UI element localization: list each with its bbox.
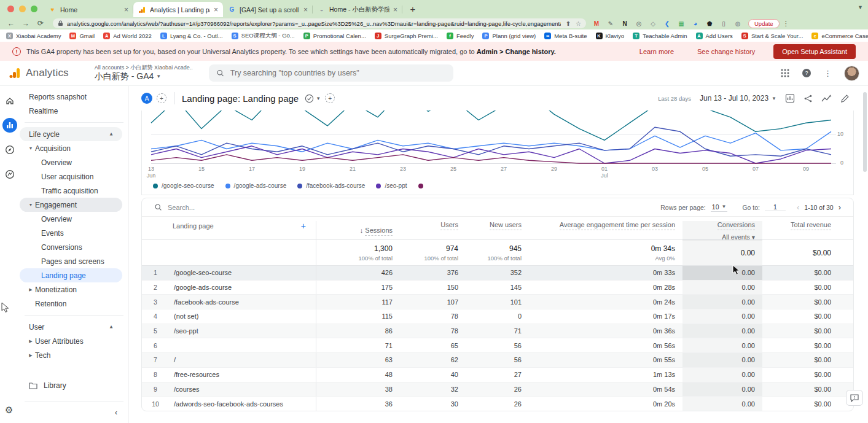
code-extension-icon[interactable]: ❮ xyxy=(663,20,671,27)
column-header-users[interactable]: Users xyxy=(400,221,466,230)
browser-menu-icon[interactable]: ⋮ xyxy=(783,20,789,28)
bookmark-item[interactable]: KKlaviyo xyxy=(596,33,625,39)
close-window-icon[interactable] xyxy=(7,6,14,12)
report-status-chip[interactable]: ▼ xyxy=(305,94,321,103)
bookmark-item[interactable]: PPlann (grid view) xyxy=(482,33,536,39)
home-icon[interactable] xyxy=(2,93,17,108)
bookmark-item[interactable]: XXiaobai Academy xyxy=(6,33,61,39)
next-page-icon[interactable]: › xyxy=(839,203,841,212)
date-range-picker[interactable]: Jun 13 - Jul 10, 2023▼ xyxy=(700,94,776,103)
open-setup-assistant-button[interactable]: Open Setup Assistant xyxy=(773,44,856,59)
sidebar-item-user[interactable]: User▼ xyxy=(20,320,122,334)
sidebar-item-realtime[interactable]: Realtime xyxy=(20,104,122,118)
account-selector[interactable]: All accounts > 小白新势 Xiaobai Acade.. 小白新势… xyxy=(95,64,193,82)
chevron-right-icon[interactable]: ▶ xyxy=(26,339,35,344)
page-scrollbar[interactable] xyxy=(863,89,867,421)
column-header-average-engagement-time-per-session[interactable]: Average engagement time per session xyxy=(529,221,682,230)
analytics-search[interactable] xyxy=(209,64,453,82)
bookmark-star-icon[interactable]: ☆ xyxy=(576,20,581,27)
bookmark-item[interactable]: AAdd Users xyxy=(696,33,733,39)
reports-icon[interactable] xyxy=(2,118,17,133)
tab-close-icon[interactable]: × xyxy=(303,6,308,14)
browser-tab[interactable]: Analytics | Landing page: Land× xyxy=(133,2,223,17)
legend-item[interactable]: /seo-ppt xyxy=(376,182,407,189)
column-header-total-revenue[interactable]: Total revenue xyxy=(762,221,854,230)
gmail-extension-icon[interactable]: M xyxy=(592,20,601,27)
avatar[interactable] xyxy=(844,66,859,81)
sidebar-item-events[interactable]: Events xyxy=(20,226,122,240)
property-name[interactable]: 小白新势 - GA4 xyxy=(95,71,154,82)
table-row[interactable]: 7/6362560m 55s0.00$0.00 xyxy=(142,353,853,368)
bookmark-item[interactable]: SSEO课程大纲 - Go... xyxy=(232,32,295,40)
table-row[interactable]: 5/seo-ppt8678710m 36s0.00$0.00 xyxy=(142,324,853,339)
reload-button[interactable]: ⟳ xyxy=(33,19,48,28)
add-dimension-icon[interactable]: + xyxy=(301,221,306,231)
share-page-icon[interactable]: ⬆ xyxy=(566,20,571,27)
table-row[interactable]: 67165560m 56s0.00$0.00 xyxy=(142,338,853,353)
sidebar-item-reports-snapshot[interactable]: Reports snapshot xyxy=(20,90,122,104)
table-row[interactable]: 2/google-ads-course1751501450m 28s0.00$0… xyxy=(142,281,853,295)
collapse-nav-icon[interactable]: ‹ xyxy=(20,408,128,417)
goto-page-input[interactable] xyxy=(765,203,786,211)
advertising-icon[interactable] xyxy=(2,167,17,182)
stamp-extension-icon[interactable]: ◇ xyxy=(649,20,657,27)
sidebar-item-user-attributes[interactable]: ▶User Attributes xyxy=(20,334,122,348)
chevron-right-icon[interactable]: ▶ xyxy=(26,287,35,292)
forward-button[interactable]: → xyxy=(18,19,33,28)
share-icon[interactable] xyxy=(803,94,813,103)
notion-extension-icon[interactable]: N xyxy=(620,20,629,27)
sidebar-item-tech[interactable]: ▶Tech xyxy=(20,348,122,362)
table-row[interactable]: 9/courses3832260m 54s0.00$0.00 xyxy=(142,382,853,397)
legend-item[interactable]: /google-ads-course xyxy=(225,182,287,189)
previous-page-icon[interactable]: ‹ xyxy=(797,203,799,212)
chevron-down-icon[interactable]: ▼ xyxy=(858,4,863,10)
bookmark-item[interactable]: SStart & Scale Your... xyxy=(741,33,803,39)
edit-report-icon[interactable] xyxy=(840,94,850,103)
legend-item[interactable] xyxy=(418,184,423,188)
table-row[interactable]: 10/adwords-seo-facebook-ads-courses36302… xyxy=(142,397,853,411)
chevron-up-icon[interactable]: ▼ xyxy=(109,131,114,137)
sidepanel-extension-icon[interactable]: ▯ xyxy=(719,20,728,27)
explore-icon[interactable] xyxy=(2,142,17,157)
chart-options-icon[interactable] xyxy=(785,93,795,103)
library-item[interactable]: Library xyxy=(20,378,128,393)
browser-tab[interactable]: ◒Home - 小白新势学院× xyxy=(313,2,402,17)
table-search[interactable]: Search... xyxy=(154,203,195,211)
camera-extension-icon[interactable]: ◎ xyxy=(635,20,643,27)
more-options-icon[interactable]: ⋮ xyxy=(824,69,832,78)
maximize-window-icon[interactable] xyxy=(31,6,37,12)
table-row[interactable]: 3/facebook-ads-course1171071010m 24s0.00… xyxy=(142,295,853,309)
image-extension-icon[interactable]: ▦ xyxy=(677,20,686,27)
sidebar-item-life-cycle[interactable]: Life cycle▼ xyxy=(20,127,122,141)
sidebar-item-overview[interactable]: Overview xyxy=(20,212,122,226)
bookmark-item[interactable]: fFeedly xyxy=(447,33,474,39)
new-tab-button[interactable]: + xyxy=(406,2,420,15)
bookmark-item[interactable]: PPromotional Calen... xyxy=(303,33,366,39)
back-button[interactable]: ← xyxy=(4,19,18,28)
line-chart[interactable] xyxy=(142,111,853,167)
browser-tab[interactable]: ♥Home× xyxy=(44,2,133,17)
add-metric-icon[interactable]: + xyxy=(325,93,335,103)
tab-close-icon[interactable]: × xyxy=(124,6,128,14)
sidebar-item-conversions[interactable]: Conversions xyxy=(20,240,122,254)
tab-close-icon[interactable]: × xyxy=(214,6,218,14)
learn-more-link[interactable]: Learn more xyxy=(639,48,674,55)
bookmark-item[interactable]: JSurgeGraph Premi... xyxy=(375,33,438,39)
table-row[interactable]: 1/google-seo-course4263763520m 33s0.00$0… xyxy=(142,266,853,281)
chevron-down-icon[interactable]: ▼ xyxy=(26,146,35,150)
column-header-new-users[interactable]: New users xyxy=(466,221,529,230)
bookmark-item[interactable]: TTeachable Admin xyxy=(633,33,687,39)
sidebar-item-landing-page[interactable]: Landing page xyxy=(20,268,122,282)
window-controls[interactable] xyxy=(0,6,44,17)
address-bar[interactable]: analytics.google.com/analytics/web/?auth… xyxy=(53,18,586,28)
scrollbar-thumb[interactable] xyxy=(863,92,867,172)
rows-per-page-select[interactable]: 10▼ xyxy=(711,203,728,212)
legend-item[interactable]: /facebook-ads-course xyxy=(297,182,365,189)
sidebar-item-monetization[interactable]: ▶Monetization xyxy=(20,282,122,297)
see-change-history-link[interactable]: See change history xyxy=(697,48,755,55)
bookmark-item[interactable]: LLyang & Co. - Outl... xyxy=(160,33,223,39)
legend-item[interactable]: /google-seo-course xyxy=(153,182,214,189)
sidebar-item-engagement[interactable]: ▼Engagement xyxy=(20,198,122,212)
column-header-landing-page[interactable]: Landing page+ xyxy=(142,221,316,231)
sphere-extension-icon[interactable]: ◕ xyxy=(691,20,700,27)
